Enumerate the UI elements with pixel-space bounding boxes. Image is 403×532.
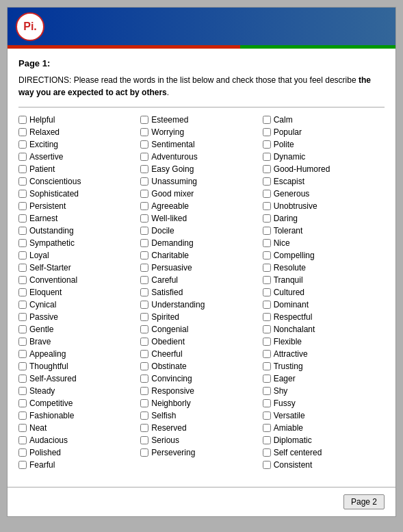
checkbox[interactable] bbox=[18, 350, 27, 358]
checkbox-label[interactable]: Sympathetic bbox=[29, 238, 75, 248]
checkbox-label[interactable]: Persuasive bbox=[151, 263, 192, 273]
checkbox[interactable] bbox=[263, 350, 271, 358]
checkbox-label[interactable]: Docile bbox=[151, 226, 174, 236]
checkbox-label[interactable]: Escapist bbox=[274, 177, 304, 186]
checkbox[interactable] bbox=[140, 276, 148, 284]
checkbox[interactable] bbox=[18, 153, 27, 161]
checkbox[interactable] bbox=[140, 399, 148, 407]
checkbox-label[interactable]: Nonchalant bbox=[274, 325, 315, 334]
checkbox-label[interactable]: Obedient bbox=[151, 337, 185, 346]
checkbox-label[interactable]: Unobtrusive bbox=[274, 201, 317, 211]
checkbox-label[interactable]: Shy bbox=[274, 386, 288, 396]
checkbox-label[interactable]: Persistent bbox=[29, 201, 66, 211]
checkbox-label[interactable]: Brave bbox=[29, 337, 51, 346]
checkbox[interactable] bbox=[263, 338, 271, 346]
checkbox-label[interactable]: Responsive bbox=[151, 386, 194, 396]
checkbox-label[interactable]: Worrying bbox=[151, 127, 184, 137]
checkbox-label[interactable]: Convincing bbox=[151, 374, 192, 383]
checkbox-label[interactable]: Careful bbox=[151, 275, 178, 285]
checkbox[interactable] bbox=[140, 288, 148, 296]
checkbox[interactable] bbox=[263, 399, 271, 407]
checkbox-label[interactable]: Good-Humored bbox=[274, 164, 330, 174]
checkbox-label[interactable]: Outstanding bbox=[29, 226, 74, 236]
checkbox-label[interactable]: Charitable bbox=[151, 251, 189, 260]
checkbox-label[interactable]: Versatile bbox=[274, 411, 305, 420]
checkbox[interactable] bbox=[263, 202, 271, 210]
checkbox[interactable] bbox=[140, 448, 148, 457]
checkbox[interactable] bbox=[140, 177, 148, 186]
checkbox[interactable] bbox=[140, 313, 148, 321]
checkbox[interactable] bbox=[18, 227, 27, 235]
checkbox[interactable] bbox=[263, 128, 271, 136]
checkbox-label[interactable]: Patient bbox=[29, 164, 55, 174]
checkbox-label[interactable]: Earnest bbox=[29, 214, 57, 223]
checkbox-label[interactable]: Well-liked bbox=[151, 214, 187, 223]
checkbox[interactable] bbox=[263, 436, 271, 444]
checkbox[interactable] bbox=[18, 301, 27, 309]
checkbox-label[interactable]: Sentimental bbox=[151, 140, 194, 149]
checkbox-label[interactable]: Dominant bbox=[274, 300, 309, 309]
checkbox-label[interactable]: Self-Starter bbox=[29, 263, 71, 273]
checkbox-label[interactable]: Resolute bbox=[274, 263, 306, 273]
checkbox-label[interactable]: Neat bbox=[29, 423, 47, 433]
checkbox-label[interactable]: Selfish bbox=[151, 411, 176, 420]
checkbox-label[interactable]: Generous bbox=[274, 189, 310, 199]
checkbox[interactable] bbox=[263, 325, 271, 333]
checkbox-label[interactable]: Steady bbox=[29, 386, 55, 396]
checkbox-label[interactable]: Adventurous bbox=[151, 152, 197, 162]
checkbox[interactable] bbox=[263, 116, 271, 124]
checkbox[interactable] bbox=[18, 177, 27, 186]
checkbox-label[interactable]: Daring bbox=[274, 214, 298, 223]
checkbox-label[interactable]: Relaxed bbox=[29, 127, 60, 137]
checkbox[interactable] bbox=[18, 313, 27, 321]
checkbox-label[interactable]: Polite bbox=[274, 140, 294, 149]
checkbox-label[interactable]: Tolerant bbox=[274, 226, 303, 236]
checkbox-label[interactable]: Cultured bbox=[274, 288, 304, 297]
checkbox[interactable] bbox=[18, 338, 27, 346]
checkbox[interactable] bbox=[263, 264, 271, 272]
checkbox[interactable] bbox=[140, 362, 148, 370]
checkbox-label[interactable]: Agreeable bbox=[151, 201, 189, 211]
checkbox-label[interactable]: Trusting bbox=[274, 362, 303, 371]
checkbox[interactable] bbox=[140, 375, 148, 383]
checkbox[interactable] bbox=[18, 411, 27, 420]
checkbox-label[interactable]: Conventional bbox=[29, 275, 77, 285]
checkbox[interactable] bbox=[263, 153, 271, 161]
checkbox[interactable] bbox=[18, 375, 27, 383]
checkbox[interactable] bbox=[140, 140, 148, 149]
checkbox[interactable] bbox=[18, 128, 27, 136]
checkbox-label[interactable]: Exciting bbox=[29, 140, 58, 149]
checkbox[interactable] bbox=[140, 251, 148, 259]
checkbox-label[interactable]: Fashionable bbox=[29, 411, 74, 420]
checkbox-label[interactable]: Self centered bbox=[274, 448, 322, 457]
checkbox-label[interactable]: Cheerful bbox=[151, 349, 182, 359]
checkbox-label[interactable]: Gentle bbox=[29, 325, 53, 334]
checkbox-label[interactable]: Congenial bbox=[151, 325, 188, 334]
checkbox[interactable] bbox=[18, 239, 27, 247]
checkbox-label[interactable]: Good mixer bbox=[151, 189, 194, 199]
checkbox[interactable] bbox=[140, 264, 148, 272]
checkbox[interactable] bbox=[263, 227, 271, 235]
checkbox[interactable] bbox=[263, 424, 271, 432]
checkbox-label[interactable]: Cynical bbox=[29, 300, 56, 309]
checkbox-label[interactable]: Sophisticated bbox=[29, 189, 79, 199]
checkbox[interactable] bbox=[140, 338, 148, 346]
checkbox[interactable] bbox=[263, 165, 271, 173]
checkbox[interactable] bbox=[263, 375, 271, 383]
checkbox-label[interactable]: Satisfied bbox=[151, 288, 183, 297]
checkbox-label[interactable]: Fearful bbox=[29, 460, 55, 470]
checkbox-label[interactable]: Serious bbox=[151, 435, 179, 445]
checkbox-label[interactable]: Self-Assured bbox=[29, 374, 77, 383]
checkbox-label[interactable]: Eager bbox=[274, 374, 296, 383]
checkbox[interactable] bbox=[263, 177, 271, 186]
checkbox[interactable] bbox=[263, 214, 271, 223]
checkbox[interactable] bbox=[18, 362, 27, 370]
checkbox-label[interactable]: Spirited bbox=[151, 312, 179, 322]
checkbox[interactable] bbox=[140, 227, 148, 235]
checkbox-label[interactable]: Respectful bbox=[274, 312, 313, 322]
page2-button[interactable]: Page 2 bbox=[343, 494, 385, 509]
checkbox-label[interactable]: Reserved bbox=[151, 423, 186, 433]
checkbox-label[interactable]: Competitive bbox=[29, 398, 73, 408]
checkbox[interactable] bbox=[18, 325, 27, 333]
checkbox[interactable] bbox=[263, 461, 271, 469]
